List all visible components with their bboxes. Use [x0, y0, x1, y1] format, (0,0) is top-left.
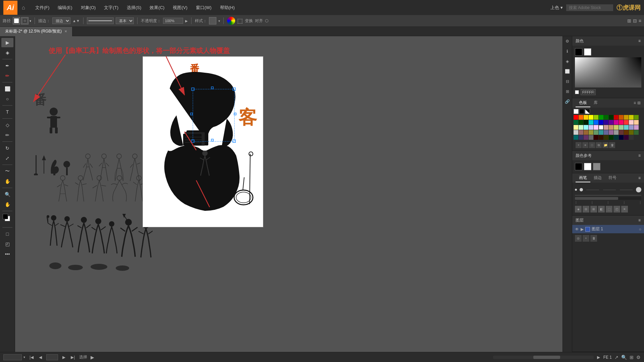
swatch-maroon[interactable] — [619, 130, 624, 135]
swatch-dark-blue[interactable] — [599, 120, 603, 125]
swatch-lavender[interactable] — [589, 125, 593, 130]
ellipse-tool[interactable]: ○ — [1, 94, 13, 104]
paintbrush-tool[interactable]: ◇ — [1, 120, 13, 130]
panels-btn[interactable]: ⊟ — [633, 18, 637, 23]
swatch-light-red[interactable] — [624, 120, 629, 125]
white-swatch[interactable] — [574, 109, 579, 114]
free-transform-tool[interactable]: ✋ — [1, 177, 13, 186]
swatch-pine[interactable] — [579, 120, 583, 125]
layer-arrow-icon[interactable]: ▶ — [581, 227, 584, 232]
rectangle-tool[interactable]: ⬜ — [1, 84, 13, 94]
swatch-light-green[interactable] — [579, 125, 583, 130]
swatch-darkest-purple[interactable] — [624, 135, 629, 140]
nav-last-btn[interactable]: ▶| — [70, 355, 76, 360]
stroke-width-stepper[interactable]: ▲▼ — [72, 19, 80, 23]
swatch-orchid[interactable] — [634, 125, 639, 130]
swatch-gold[interactable] — [624, 115, 629, 120]
panel-toggle-btn[interactable]: ⊞ — [630, 355, 634, 360]
swatch-menu-btn[interactable]: ≡ — [582, 142, 588, 148]
color-gradient-picker[interactable] — [575, 57, 641, 87]
fill-box[interactable] — [3, 214, 8, 219]
swatch-burnt-orange[interactable] — [619, 115, 624, 120]
layer-add-btn[interactable]: + — [583, 235, 589, 242]
swatch-plum[interactable] — [609, 130, 613, 135]
swatch-light-pink[interactable] — [594, 125, 598, 130]
swatch-light-yellow[interactable] — [574, 125, 578, 130]
swatch-dark-gray[interactable] — [629, 135, 634, 140]
swatch-tan[interactable] — [609, 125, 613, 130]
style-preview[interactable] — [209, 17, 216, 24]
curvature-tool[interactable]: ✏ — [1, 71, 13, 80]
menu-edit[interactable]: 编辑(E) — [54, 3, 75, 12]
menu-window[interactable]: 窗口(W) — [193, 3, 215, 12]
swatch-navy[interactable] — [579, 135, 583, 140]
color-menu-btn[interactable]: ≡ — [638, 39, 641, 43]
swatch-purple[interactable] — [604, 120, 608, 125]
swatch-yellow-green[interactable] — [594, 115, 598, 120]
stroke-effect4[interactable]: ◧ — [598, 206, 605, 213]
symbol-tab[interactable]: 符号 — [605, 174, 620, 182]
swatch-khaki[interactable] — [614, 125, 619, 130]
gear-btn[interactable]: ⚙ — [636, 355, 641, 360]
stroke-effect2[interactable]: ⊟ — [583, 206, 589, 213]
stroke-del-btn[interactable]: ✕ — [621, 206, 628, 213]
swatch-violet[interactable] — [609, 120, 613, 125]
color-ref-gray[interactable] — [593, 163, 600, 170]
scale-tool[interactable]: ⤢ — [1, 154, 13, 163]
swatch-folder-btn[interactable]: 📁 — [602, 142, 608, 148]
swatch-peach[interactable] — [634, 120, 639, 125]
add-swatch-btn[interactable]: + — [576, 142, 582, 148]
layer-eye-icon[interactable]: 👁 — [575, 227, 579, 232]
stroke-select[interactable]: 描边 — [52, 17, 70, 24]
stroke-effect5[interactable]: ⬚ — [606, 206, 612, 213]
swatches-tab[interactable]: 色板 — [576, 99, 590, 107]
swatch-blue[interactable] — [594, 120, 598, 125]
swatch-darkest-green[interactable] — [609, 115, 613, 120]
menu-help[interactable]: 帮助(H) — [217, 3, 238, 12]
nav-first-btn[interactable]: |◀ — [29, 355, 35, 360]
swatch-pink[interactable] — [629, 120, 634, 125]
pen-tool[interactable]: ✒ — [1, 61, 13, 70]
swatch-forest[interactable] — [574, 120, 578, 125]
adobe-stock-search[interactable] — [566, 4, 613, 11]
zoom-input[interactable]: 12.5% — [3, 354, 22, 360]
opacity-stepper[interactable]: ▶ — [185, 19, 188, 23]
play-btn[interactable]: ▶ — [91, 355, 94, 360]
background-color[interactable] — [584, 48, 591, 56]
swatch-shadow-green[interactable] — [584, 120, 588, 125]
select-tool[interactable]: ▶ — [1, 38, 13, 47]
layers-menu-btn[interactable]: ≡ — [638, 218, 641, 223]
stroke-type-select[interactable]: 基本 — [116, 17, 134, 24]
brush-tab[interactable]: 画笔 — [576, 174, 590, 182]
layer-lock-icon[interactable]: ○ — [639, 227, 641, 232]
style-dropdown[interactable]: ▾ — [218, 19, 220, 23]
h-scrollbar-thumb[interactable] — [533, 356, 560, 359]
recolor-btn[interactable] — [227, 17, 235, 25]
nav-prev-btn[interactable]: ◀ — [38, 355, 43, 360]
swatch-dark-teal[interactable] — [574, 135, 578, 140]
color-ref-menu-btn[interactable]: ≡ — [638, 153, 641, 158]
swatch-magenta[interactable] — [614, 120, 619, 125]
nav-next-btn[interactable]: ▶ — [61, 355, 66, 360]
swatch-yellow-orange[interactable] — [584, 115, 588, 120]
stroke-effect1[interactable]: ◈ — [575, 206, 582, 213]
swatch-cyan[interactable] — [589, 120, 593, 125]
swatch-link-btn[interactable]: ⧉ — [596, 142, 602, 148]
menu-effect[interactable]: 效果(C) — [146, 3, 168, 12]
swatch-gray[interactable] — [614, 130, 619, 135]
scroll-right-btn[interactable]: ▶ — [597, 355, 600, 360]
page-input[interactable]: 1 — [46, 354, 58, 360]
h-scrollbar[interactable] — [493, 356, 594, 359]
swatch-del-btn[interactable]: 🗑 — [609, 142, 615, 148]
swatch-dark-green[interactable] — [604, 115, 608, 120]
menu-view[interactable]: 视图(V) — [169, 3, 191, 12]
rotate-tool[interactable]: ↻ — [1, 143, 13, 153]
swatch-moss[interactable] — [634, 115, 639, 120]
text-tool[interactable]: T — [1, 107, 13, 117]
artwork-canvas[interactable]: 番 禺剧团 演出地点·演出时间 — [143, 56, 263, 227]
home-icon[interactable]: ⌂ — [22, 5, 25, 11]
swatch-olive-dark[interactable] — [629, 130, 634, 135]
swatch-light-cyan[interactable] — [584, 125, 588, 130]
color-ref-fg[interactable] — [575, 163, 582, 170]
layer-locate-btn[interactable]: ◎ — [575, 235, 582, 242]
